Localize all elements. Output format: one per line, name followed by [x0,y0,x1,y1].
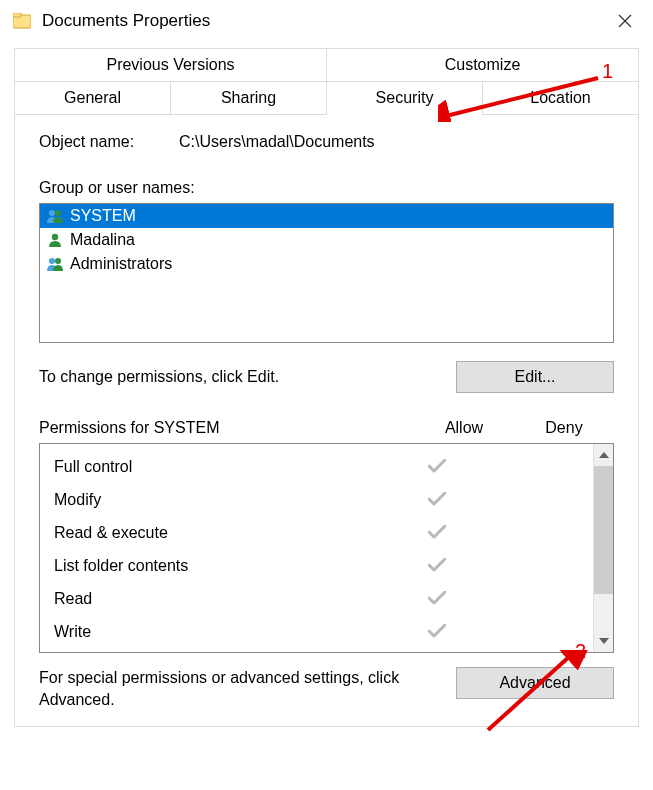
permission-row: Full control [54,450,581,483]
scroll-thumb[interactable] [594,466,613,594]
permission-row: Modify [54,483,581,516]
permission-row: Read & execute [54,516,581,549]
svg-point-7 [49,258,55,264]
advanced-button[interactable]: Advanced [456,667,614,699]
svg-point-6 [52,234,58,240]
list-item[interactable]: Madalina [40,228,613,252]
check-icon [428,521,446,543]
scrollbar[interactable] [593,444,613,652]
tab-row-1: Previous Versions Customize [15,49,638,82]
permission-row: List folder contents [54,549,581,582]
security-tab-panel: Object name: C:\Users\madal\Documents Gr… [15,115,638,726]
allow-column-header: Allow [414,419,514,437]
list-item[interactable]: Administrators [40,252,613,276]
allow-cell [389,587,485,610]
tab-security[interactable]: Security [327,82,483,116]
tab-row-2: General Sharing Security Location [15,82,638,115]
deny-column-header: Deny [514,419,614,437]
window-title: Documents Properties [42,11,607,31]
tab-previous-versions[interactable]: Previous Versions [15,49,327,81]
permission-name: Write [54,623,389,641]
allow-cell [389,521,485,544]
scroll-down-button[interactable] [594,630,613,652]
allow-cell [389,554,485,577]
tab-sharing[interactable]: Sharing [171,82,327,115]
permissions-list: Full controlModifyRead & executeList fol… [39,443,614,653]
user-icon [46,231,64,249]
svg-point-4 [49,210,55,216]
permissions-header: Permissions for SYSTEM [39,419,414,437]
folder-icon [12,11,32,31]
svg-rect-1 [13,13,21,17]
check-icon [428,587,446,609]
users-listbox[interactable]: SYSTEMMadalinaAdministrators [39,203,614,343]
allow-cell [389,455,485,478]
scroll-up-button[interactable] [594,444,613,466]
list-item-label: SYSTEM [70,207,136,225]
tab-location[interactable]: Location [483,82,638,115]
tab-general[interactable]: General [15,82,171,115]
permission-name: Read [54,590,389,608]
tabs: Previous Versions Customize General Shar… [14,48,639,727]
object-name-label: Object name: [39,133,179,151]
edit-hint: To change permissions, click Edit. [39,368,456,386]
tab-customize[interactable]: Customize [327,49,638,81]
object-path: C:\Users\madal\Documents [179,133,375,151]
permission-name: Full control [54,458,389,476]
list-item[interactable]: SYSTEM [40,204,613,228]
permission-name: List folder contents [54,557,389,575]
list-item-label: Madalina [70,231,135,249]
group-icon [46,255,64,273]
group-icon [46,207,64,225]
check-icon [428,455,446,477]
permission-row: Read [54,582,581,615]
svg-point-5 [55,210,61,216]
svg-point-8 [55,258,61,264]
list-item-label: Administrators [70,255,172,273]
group-users-label: Group or user names: [39,179,614,197]
permission-name: Read & execute [54,524,389,542]
check-icon [428,488,446,510]
check-icon [428,620,446,642]
close-button[interactable] [607,7,643,35]
allow-cell [389,620,485,643]
check-icon [428,554,446,576]
advanced-hint: For special permissions or advanced sett… [39,667,456,710]
allow-cell [389,488,485,511]
edit-button[interactable]: Edit... [456,361,614,393]
titlebar: Documents Properties [0,0,653,42]
permission-row: Write [54,615,581,648]
permission-name: Modify [54,491,389,509]
